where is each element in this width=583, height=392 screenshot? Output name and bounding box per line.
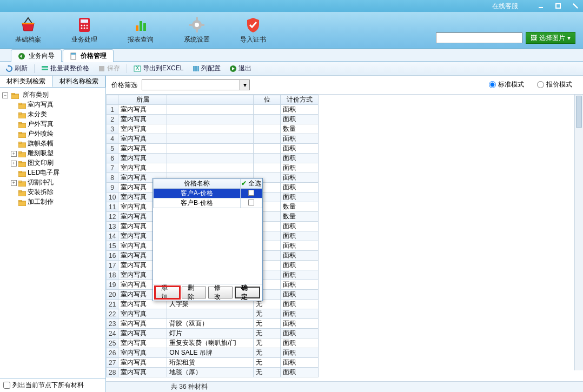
table-row[interactable]: 24 室内写真 灯片 无 面积 — [107, 329, 319, 338]
cell-product[interactable] — [167, 124, 254, 134]
cell-category[interactable]: 室内写真 — [118, 105, 167, 115]
cell-category[interactable]: 室内写真 — [118, 309, 167, 319]
cell-calc[interactable]: 面积 — [281, 300, 319, 309]
cell-calc[interactable]: 面积 — [281, 329, 319, 338]
cell-product[interactable] — [167, 309, 254, 319]
table-row[interactable]: 27 室内写真 珩架租赁 无 面积 — [107, 358, 319, 368]
grid-header-category[interactable]: 所属 — [118, 95, 167, 105]
cell-unit[interactable] — [254, 154, 281, 163]
cell-unit[interactable] — [254, 115, 281, 124]
cell-calc[interactable]: 数量 — [281, 212, 319, 222]
table-row[interactable]: 28 室内写真 地毯（厚） 无 面积 — [107, 368, 319, 377]
table-row[interactable]: 5 室内写真 面积 — [107, 144, 319, 154]
cell-product[interactable] — [167, 144, 254, 154]
grid-header-rownum[interactable] — [107, 95, 118, 105]
popup-edit-button[interactable]: 修改 — [208, 287, 233, 298]
table-row[interactable]: 25 室内写真 重复安装费（喇叭旗/门 无 面积 — [107, 338, 319, 348]
expand-icon[interactable]: + — [11, 180, 17, 186]
popup-row[interactable]: 客户A-价格 — [154, 189, 262, 198]
left-tab-category[interactable]: 材料类别检索 — [0, 76, 53, 87]
cell-product[interactable] — [167, 134, 254, 144]
cell-category[interactable]: 室内写真 — [118, 319, 167, 329]
cell-calc[interactable]: 面积 — [281, 270, 319, 280]
checkbox-icon[interactable] — [248, 200, 254, 205]
cell-calc[interactable]: 面积 — [281, 251, 319, 261]
tree-node[interactable]: +雕刻吸塑 — [11, 148, 104, 158]
collapse-icon[interactable]: − — [2, 92, 8, 98]
select-image-button[interactable]: 🖼 选择图片 ▾ — [526, 32, 575, 44]
cell-unit[interactable]: 无 — [254, 309, 281, 319]
ribbon-basic[interactable]: 基础档案 — [11, 16, 45, 44]
popup-ok-button[interactable]: 确定 — [235, 287, 260, 298]
cell-calc[interactable]: 面积 — [281, 144, 319, 154]
cell-calc[interactable]: 面积 — [281, 338, 319, 348]
tree-node[interactable]: 户外写真 — [11, 119, 104, 129]
table-row[interactable]: 7 室内写真 面积 — [107, 163, 319, 173]
mode-standard-input[interactable] — [489, 81, 496, 88]
left-tab-name[interactable]: 材料名称检索 — [53, 76, 106, 87]
popup-add-button[interactable]: 添加 — [155, 287, 180, 298]
toolbar-refresh[interactable]: 刷新 — [3, 63, 30, 74]
toolbar-batch[interactable]: 批量调整价格 — [39, 63, 91, 74]
tree-node[interactable]: 安装拆除 — [11, 187, 104, 197]
cell-unit[interactable]: 无 — [254, 348, 281, 358]
cell-calc[interactable]: 数量 — [281, 202, 319, 212]
cell-unit[interactable] — [254, 105, 281, 115]
toolbar-export[interactable]: X导出到EXCEL — [131, 63, 186, 74]
tree-node[interactable]: 加工制作 — [11, 197, 104, 207]
cell-calc[interactable]: 面积 — [281, 183, 319, 192]
toolbar-exit[interactable]: 退出 — [227, 63, 254, 74]
expand-icon[interactable]: + — [11, 161, 17, 167]
list-all-checkbox[interactable] — [3, 382, 10, 389]
cell-product[interactable]: 灯片 — [167, 329, 254, 338]
cell-category[interactable]: 室内写真 — [118, 144, 167, 154]
cell-product[interactable] — [167, 105, 254, 115]
tab-wizard[interactable]: 业务向导 — [11, 49, 62, 62]
cell-unit[interactable] — [254, 144, 281, 154]
tree-node[interactable]: 未分类 — [11, 109, 104, 119]
ribbon-biz[interactable]: 业务处理 — [67, 16, 102, 44]
cell-calc[interactable]: 面积 — [281, 261, 319, 270]
cell-unit[interactable]: 无 — [254, 358, 281, 368]
tab-price[interactable]: 价格管理 — [63, 49, 114, 62]
minimize-button[interactable] — [535, 2, 546, 10]
cell-calc[interactable]: 面积 — [281, 309, 319, 319]
image-search-input[interactable] — [436, 32, 522, 43]
cell-product[interactable]: 重复安装费（喇叭旗/门 — [167, 338, 254, 348]
cell-category[interactable]: 室内写真 — [118, 154, 167, 163]
tree-node[interactable]: 户外喷绘 — [11, 129, 104, 138]
expand-icon[interactable]: + — [11, 151, 17, 157]
mode-quote-radio[interactable]: 报价模式 — [537, 80, 572, 89]
cell-unit[interactable]: 无 — [254, 368, 281, 377]
category-tree[interactable]: − 所有类别 室内写真未分类户外写真户外喷绘旗帜条幅+雕刻吸塑+图文印刷LED电… — [0, 88, 105, 378]
table-row[interactable]: 26 室内写真 ON SALE 吊牌 无 面积 — [107, 348, 319, 358]
popup-header-name[interactable]: 价格名称 — [154, 179, 241, 189]
toolbar-columns[interactable]: 列配置 — [190, 63, 223, 74]
cell-product[interactable]: 地毯（厚） — [167, 368, 254, 377]
cell-calc[interactable]: 面积 — [281, 134, 319, 144]
cell-unit[interactable] — [254, 163, 281, 173]
cell-calc[interactable]: 面积 — [281, 231, 319, 241]
cell-unit[interactable]: 无 — [254, 338, 281, 348]
cell-product[interactable]: ON SALE 吊牌 — [167, 348, 254, 358]
cell-category[interactable]: 室内写真 — [118, 338, 167, 348]
cell-calc[interactable]: 面积 — [281, 280, 319, 290]
cell-product[interactable] — [167, 163, 254, 173]
vertical-scrollbar[interactable] — [574, 95, 583, 370]
popup-row[interactable]: 客户B-价格 — [154, 198, 262, 208]
cell-calc[interactable]: 面积 — [281, 222, 319, 231]
popup-row-check[interactable] — [241, 189, 262, 198]
cell-calc[interactable]: 面积 — [281, 241, 319, 251]
ribbon-report[interactable]: 报表查询 — [123, 16, 158, 44]
scrollbar-thumb[interactable] — [576, 96, 582, 128]
cell-category[interactable]: 室内写真 — [118, 115, 167, 124]
maximize-button[interactable] — [553, 2, 564, 10]
table-row[interactable]: 22 室内写真 无 面积 — [107, 309, 319, 319]
cell-calc[interactable]: 面积 — [281, 290, 319, 300]
table-row[interactable]: 6 室内写真 面积 — [107, 154, 319, 163]
popup-row-check[interactable] — [241, 198, 262, 208]
dropdown-arrow-icon[interactable]: ▾ — [240, 80, 249, 90]
online-service-link[interactable]: 在线客服 — [492, 2, 518, 11]
popup-delete-button[interactable]: 删除 — [182, 287, 206, 298]
table-row[interactable]: 2 室内写真 面积 — [107, 115, 319, 124]
